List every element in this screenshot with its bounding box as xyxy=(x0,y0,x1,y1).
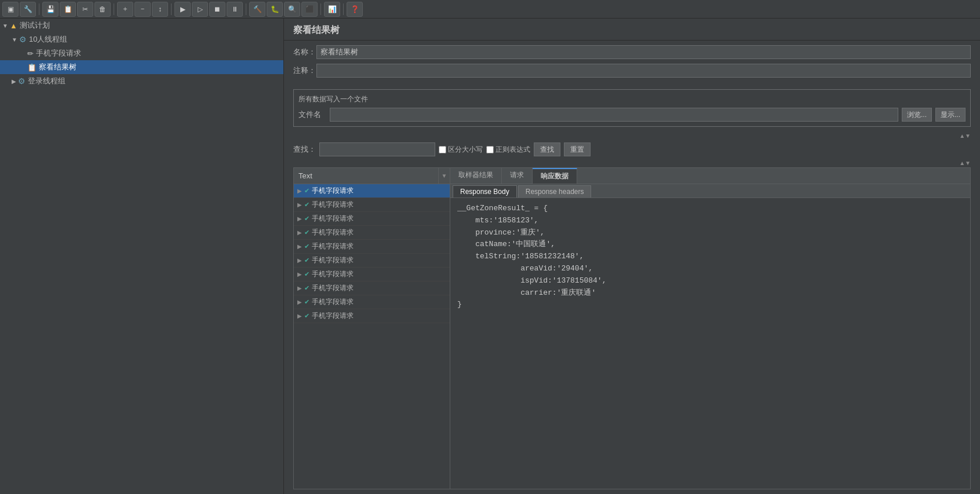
expand-arrow-test-plan: ▼ xyxy=(2,23,8,29)
list-header-dropdown[interactable]: ▼ xyxy=(438,168,450,184)
comment-input[interactable] xyxy=(316,64,971,78)
list-item-label: 手机字段请求 xyxy=(312,241,354,251)
list-item-label: 手机字段请求 xyxy=(312,297,354,307)
delete-button[interactable]: 🗑 xyxy=(94,2,111,17)
row-status-icon: ✔ xyxy=(304,243,309,250)
move-button[interactable]: ↕ xyxy=(152,2,168,17)
list-item-label: 手机字段请求 xyxy=(312,200,354,210)
row-arrow-icon: ▶ xyxy=(297,188,302,194)
list-body: ▶ ✔ 手机字段请求 ▶ ✔ 手机字段请求 ▶ ✔ xyxy=(294,184,450,489)
row-arrow-icon: ▶ xyxy=(297,285,302,291)
toolbar-separator-3 xyxy=(171,3,172,15)
reset-button[interactable]: 重置 xyxy=(564,142,591,156)
name-row: 名称： xyxy=(293,45,971,59)
form-area: 名称： 注释： xyxy=(284,41,980,87)
templates-button[interactable]: 🔧 xyxy=(20,2,36,17)
case-sensitive-checkbox[interactable] xyxy=(439,146,446,153)
pause-button[interactable]: ⏸ xyxy=(227,2,243,17)
stop-button[interactable]: ⏹ xyxy=(209,2,225,17)
hammer-button[interactable]: 🔨 xyxy=(249,2,265,17)
split-pane: Text ▼ ▶ ✔ 手机字段请求 ▶ ✔ xyxy=(293,167,971,489)
list-item[interactable]: ▶ ✔ 手机字段请求 xyxy=(294,184,450,198)
search-label: 查找： xyxy=(293,144,316,155)
regex-checkbox[interactable] xyxy=(486,146,494,153)
cut-button[interactable]: ✂ xyxy=(77,2,93,17)
black-button[interactable]: ⬛ xyxy=(301,2,318,17)
tab-response-data[interactable]: 响应数据 xyxy=(533,168,577,184)
list-item-label: 手机字段请求 xyxy=(312,269,354,279)
row-status-icon: ✔ xyxy=(304,298,309,306)
copy-button[interactable]: 📋 xyxy=(60,2,76,17)
subtab-response-body[interactable]: Response Body xyxy=(453,185,517,197)
save-button[interactable]: 💾 xyxy=(42,2,59,17)
sidebar-item-thread-group-2[interactable]: ▶ ⚙ 登录线程组 xyxy=(0,74,283,88)
browse-button[interactable]: 浏览... xyxy=(902,108,932,122)
collapse-up-icon[interactable]: ▲▼ xyxy=(959,133,971,139)
toolbar-separator-2 xyxy=(114,3,114,15)
subtabs-row: Response Body Response headers xyxy=(450,184,970,198)
find-button[interactable]: 查找 xyxy=(534,142,560,156)
collapse-down-icon[interactable]: ▲▼ xyxy=(959,160,971,166)
results-area: ▲▼ Text ▼ ▶ ✔ 手机字段请求 xyxy=(284,159,980,494)
row-status-icon: ✔ xyxy=(304,229,309,236)
help-button[interactable]: ❓ xyxy=(347,2,363,17)
search-input[interactable] xyxy=(319,142,435,156)
row-arrow-icon: ▶ xyxy=(297,215,302,222)
sidebar-item-test-plan[interactable]: ▼ ▲ 测试计划 xyxy=(0,19,283,32)
sidebar-label-thread-group-2: 登录线程组 xyxy=(28,76,65,86)
name-label: 名称： xyxy=(293,47,316,57)
sidebar-label-thread-group-1: 10人线程组 xyxy=(29,34,67,45)
list-item[interactable]: ▶ ✔ 手机字段请求 xyxy=(294,226,450,240)
list-item[interactable]: ▶ ✔ 手机字段请求 xyxy=(294,240,450,254)
list-item[interactable]: ▶ ✔ 手机字段请求 xyxy=(294,281,450,295)
row-arrow-icon: ▶ xyxy=(297,313,302,319)
add-button[interactable]: ＋ xyxy=(117,2,133,17)
new-test-plan-button[interactable]: ▣ xyxy=(2,2,19,17)
subtab-response-headers[interactable]: Response headers xyxy=(518,185,592,197)
row-status-icon: ✔ xyxy=(304,257,309,264)
chart-button[interactable]: 📊 xyxy=(324,2,340,17)
tab-sampler-result[interactable]: 取样器结果 xyxy=(450,168,502,184)
toolbar-separator-4 xyxy=(246,3,246,15)
search-all-button[interactable]: 🔍 xyxy=(284,2,300,17)
remove-button[interactable]: － xyxy=(134,2,151,17)
comment-label: 注释： xyxy=(293,65,316,76)
viewer-icon: 📋 xyxy=(27,63,37,72)
sidebar-item-request[interactable]: ▶ ✏ 手机字段请求 xyxy=(0,46,283,60)
list-item[interactable]: ▶ ✔ 手机字段请求 xyxy=(294,254,450,268)
expand-arrow-thread-group-2: ▶ xyxy=(12,78,16,85)
sidebar-label-test-plan: 测试计划 xyxy=(20,20,50,31)
list-item-label: 手机字段请求 xyxy=(312,186,354,196)
tabs-row: 取样器结果 请求 响应数据 xyxy=(450,168,970,184)
list-item-label: 手机字段请求 xyxy=(312,283,354,293)
pen-icon: ✏ xyxy=(27,49,34,58)
list-item[interactable]: ▶ ✔ 手机字段请求 xyxy=(294,309,450,323)
file-name-input[interactable] xyxy=(330,108,898,122)
file-name-label: 文件名 xyxy=(298,109,326,120)
list-pane: Text ▼ ▶ ✔ 手机字段请求 ▶ ✔ xyxy=(294,168,450,489)
file-section: 所有数据写入一个文件 文件名 浏览... 显示... xyxy=(293,89,971,127)
name-input[interactable] xyxy=(316,45,971,59)
list-item[interactable]: ▶ ✔ 手机字段请求 xyxy=(294,295,450,309)
list-item[interactable]: ▶ ✔ 手机字段请求 xyxy=(294,268,450,281)
list-item-label: 手机字段请求 xyxy=(312,255,354,265)
row-status-icon: ✔ xyxy=(304,284,309,292)
test-plan-icon: ▲ xyxy=(10,21,17,30)
row-arrow-icon: ▶ xyxy=(297,299,302,305)
debug-button[interactable]: 🐛 xyxy=(267,2,283,17)
display-button[interactable]: 显示... xyxy=(935,108,966,122)
tab-request[interactable]: 请求 xyxy=(502,168,533,184)
file-section-title: 所有数据写入一个文件 xyxy=(298,94,966,104)
gear-icon-2: ⚙ xyxy=(18,76,25,86)
sidebar-item-viewer[interactable]: ▶ 📋 察看结果树 xyxy=(0,60,283,74)
row-arrow-icon: ▶ xyxy=(297,243,302,250)
list-item[interactable]: ▶ ✔ 手机字段请求 xyxy=(294,212,450,226)
response-content: __GetZoneResult_ = { mts:'1858123', prov… xyxy=(450,198,970,489)
comment-row: 注释： xyxy=(293,64,971,78)
row-arrow-icon: ▶ xyxy=(297,229,302,236)
run-step-button[interactable]: ▷ xyxy=(192,2,208,17)
run-button[interactable]: ▶ xyxy=(174,2,191,17)
sidebar-item-thread-group-1[interactable]: ▼ ⚙ 10人线程组 xyxy=(0,32,283,46)
regex-label: 正则表达式 xyxy=(486,145,530,155)
list-item[interactable]: ▶ ✔ 手机字段请求 xyxy=(294,198,450,212)
